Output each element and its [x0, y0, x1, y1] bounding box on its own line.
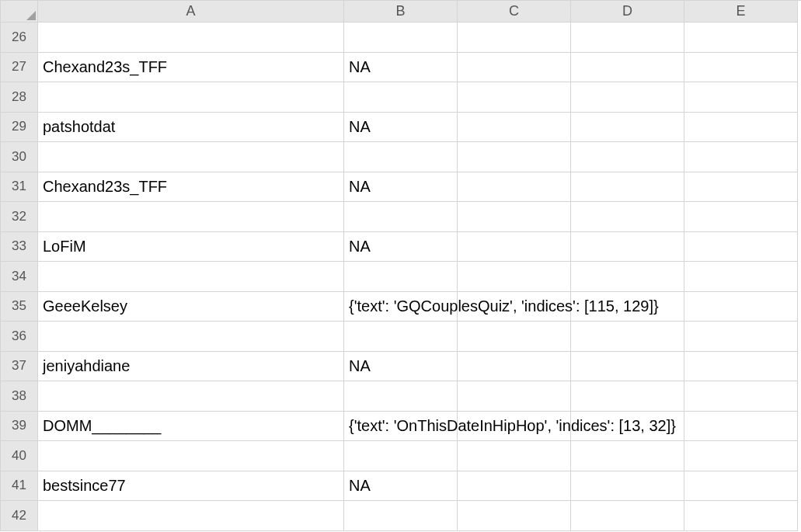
- cell[interactable]: [458, 142, 571, 172]
- cell[interactable]: [571, 322, 684, 352]
- row-header[interactable]: 41: [1, 471, 38, 502]
- cell[interactable]: [571, 142, 684, 172]
- cell[interactable]: [344, 23, 458, 53]
- cell[interactable]: [344, 381, 458, 412]
- cell[interactable]: [571, 412, 684, 442]
- row-header[interactable]: 40: [1, 441, 38, 471]
- cell[interactable]: [684, 441, 798, 471]
- cell[interactable]: [571, 82, 684, 113]
- cell[interactable]: [458, 292, 571, 322]
- cell[interactable]: [458, 322, 571, 352]
- col-header-D[interactable]: D: [571, 1, 684, 23]
- cell[interactable]: [458, 23, 571, 53]
- cell[interactable]: [38, 202, 344, 232]
- row-header[interactable]: 42: [1, 501, 38, 531]
- cell[interactable]: [458, 232, 571, 263]
- row-header[interactable]: 32: [1, 202, 38, 232]
- cell[interactable]: [684, 322, 798, 352]
- cell[interactable]: {'text': 'GQCouplesQuiz', 'indices': [11…: [344, 292, 458, 322]
- cell[interactable]: [684, 53, 798, 83]
- cell[interactable]: [458, 412, 571, 442]
- row-header[interactable]: 35: [1, 292, 38, 322]
- cell[interactable]: {'text': 'OnThisDateInHipHop', 'indices'…: [344, 412, 458, 442]
- cell[interactable]: [458, 262, 571, 292]
- col-header-E[interactable]: E: [684, 1, 798, 23]
- cell[interactable]: [571, 352, 684, 382]
- cell[interactable]: [571, 381, 684, 412]
- cell[interactable]: NA: [344, 352, 458, 382]
- cell[interactable]: [458, 82, 571, 113]
- row-header[interactable]: 37: [1, 352, 38, 382]
- row-header[interactable]: 38: [1, 381, 38, 412]
- cell[interactable]: [458, 501, 571, 531]
- cell[interactable]: jeniyahdiane: [38, 352, 344, 382]
- row-header[interactable]: 34: [1, 262, 38, 292]
- cell[interactable]: [344, 262, 458, 292]
- cell[interactable]: [571, 292, 684, 322]
- cell[interactable]: [38, 501, 344, 531]
- cell[interactable]: [458, 172, 571, 203]
- cell[interactable]: [684, 262, 798, 292]
- cell[interactable]: [38, 322, 344, 352]
- cell[interactable]: [571, 501, 684, 531]
- cell[interactable]: [684, 292, 798, 322]
- cell[interactable]: [684, 412, 798, 442]
- cell[interactable]: [38, 441, 344, 471]
- row-header[interactable]: 26: [1, 23, 38, 53]
- cell[interactable]: [344, 441, 458, 471]
- row-header[interactable]: 39: [1, 412, 38, 442]
- select-all-corner[interactable]: [1, 1, 38, 23]
- cell[interactable]: [684, 202, 798, 232]
- col-header-B[interactable]: B: [344, 1, 458, 23]
- cell[interactable]: NA: [344, 232, 458, 263]
- cell[interactable]: [571, 232, 684, 263]
- cell[interactable]: [684, 232, 798, 263]
- cell[interactable]: Chexand23s_TFF: [38, 53, 344, 83]
- cell[interactable]: [344, 322, 458, 352]
- cell[interactable]: [684, 471, 798, 502]
- cell[interactable]: [458, 441, 571, 471]
- cell[interactable]: [571, 441, 684, 471]
- cell[interactable]: [38, 142, 344, 172]
- cell[interactable]: [38, 82, 344, 113]
- cell[interactable]: [571, 262, 684, 292]
- cell[interactable]: [38, 381, 344, 412]
- row-header[interactable]: 28: [1, 82, 38, 113]
- cell[interactable]: [571, 172, 684, 203]
- cell[interactable]: [571, 23, 684, 53]
- row-header[interactable]: 30: [1, 142, 38, 172]
- cell[interactable]: DOMM________: [38, 412, 344, 442]
- cell[interactable]: [684, 352, 798, 382]
- cell[interactable]: GeeeKelsey: [38, 292, 344, 322]
- cell[interactable]: [684, 113, 798, 143]
- cell[interactable]: [458, 202, 571, 232]
- cell[interactable]: LoFiM: [38, 232, 344, 263]
- col-header-C[interactable]: C: [458, 1, 571, 23]
- cell[interactable]: [458, 381, 571, 412]
- row-header[interactable]: 29: [1, 113, 38, 143]
- cell[interactable]: [571, 53, 684, 83]
- cell[interactable]: [458, 471, 571, 502]
- cell[interactable]: bestsince77: [38, 471, 344, 502]
- cell[interactable]: [38, 23, 344, 53]
- cell[interactable]: [344, 82, 458, 113]
- cell[interactable]: [684, 172, 798, 203]
- cell[interactable]: NA: [344, 113, 458, 143]
- cell[interactable]: [571, 202, 684, 232]
- cell[interactable]: NA: [344, 172, 458, 203]
- cell[interactable]: NA: [344, 471, 458, 502]
- cell[interactable]: [458, 352, 571, 382]
- cell[interactable]: [684, 501, 798, 531]
- row-header[interactable]: 33: [1, 232, 38, 263]
- row-header[interactable]: 31: [1, 172, 38, 203]
- cell[interactable]: patshotdat: [38, 113, 344, 143]
- cell[interactable]: [684, 142, 798, 172]
- cell[interactable]: [684, 23, 798, 53]
- col-header-A[interactable]: A: [38, 1, 344, 23]
- cell[interactable]: Chexand23s_TFF: [38, 172, 344, 203]
- spreadsheet-grid[interactable]: A B C D E 26 27 Chexand23s_TFF NA 28 29 …: [0, 0, 801, 531]
- cell[interactable]: [344, 202, 458, 232]
- cell[interactable]: [684, 82, 798, 113]
- cell[interactable]: [684, 381, 798, 412]
- row-header[interactable]: 36: [1, 322, 38, 352]
